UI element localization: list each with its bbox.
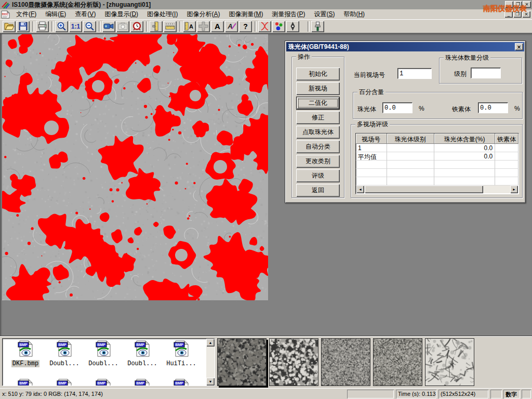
file-item-clipped[interactable]: BMP [46, 378, 83, 386]
brush-icon [312, 21, 323, 31]
pick-pearlite-button[interactable]: 点取珠光体 [296, 126, 340, 139]
menu-settings[interactable]: 设置(S) [310, 9, 338, 20]
ruler-text-icon: A [184, 21, 195, 31]
file-name[interactable]: HuiTi... [165, 360, 197, 367]
video-camera-icon [103, 21, 114, 31]
file-item[interactable]: BMP DKF.bmp [7, 340, 44, 370]
file-name[interactable]: DKF.bmp [11, 360, 39, 367]
ferrite-percent-input[interactable] [478, 102, 508, 113]
move-tool-button[interactable] [197, 21, 210, 32]
bmp-file-icon: BMP [17, 340, 34, 357]
ruler-measure-button[interactable] [164, 21, 177, 32]
return-button[interactable]: 返回 [296, 184, 340, 197]
svg-text:A: A [189, 23, 193, 30]
file-item-clipped[interactable]: BMP [124, 378, 161, 386]
file-name[interactable]: Doubl... [126, 360, 158, 367]
svg-text:DOC: DOC [2, 12, 8, 16]
thumbnail-3[interactable] [321, 338, 370, 386]
file-name[interactable]: Doubl... [48, 360, 81, 367]
new-field-button[interactable]: 新视场 [296, 82, 340, 95]
scroll-down-icon[interactable]: ▼ [206, 378, 215, 385]
floppy-icon [18, 21, 29, 31]
timer-button[interactable] [130, 21, 143, 32]
scroll-right-icon[interactable]: ► [510, 185, 518, 193]
app-icon[interactable] [2, 1, 10, 9]
thumbnail-1[interactable] [217, 338, 267, 386]
zoom-1to1-button[interactable]: 1:1 [69, 21, 82, 32]
video-capture-button[interactable] [102, 21, 115, 32]
menu-image-analysis[interactable]: 图像分析(A) [183, 9, 223, 20]
table-row[interactable]: 平均值 0.0 [356, 152, 518, 161]
curve-edit-button[interactable] [258, 21, 271, 32]
menu-view[interactable]: 查看(V) [71, 9, 99, 20]
save-button[interactable] [17, 21, 30, 32]
print-button[interactable] [36, 21, 49, 32]
scroll-up-icon[interactable]: ▲ [206, 339, 215, 347]
document-icon[interactable]: DOC [1, 10, 10, 19]
status-bar: x: 510 y: 79 idx: 0 RGB: (174, 174, 174)… [0, 388, 532, 399]
zoom-out-button[interactable] [83, 21, 96, 32]
menu-file[interactable]: 文件(F) [12, 9, 40, 20]
svg-text:BMP: BMP [175, 343, 183, 347]
auto-classify-button[interactable]: 自动分类 [296, 140, 340, 153]
scroll-left-icon[interactable]: ◄ [356, 185, 364, 193]
hscroll-thumb[interactable] [365, 185, 483, 193]
file-item-clipped[interactable]: BMP [7, 378, 44, 386]
change-class-button[interactable]: 更改类别 [296, 155, 340, 168]
brush-tool-button[interactable] [311, 21, 324, 32]
binarize-button[interactable]: 二值化 [296, 97, 340, 110]
multi-field-group: 多视场评级 视场号 珠光体级别 珠光体含量(%) 铁素体 1 0.0 平均值 [351, 124, 523, 198]
zoom-in-button[interactable] [55, 21, 68, 32]
caliper-measure-button[interactable] [150, 21, 163, 32]
toolbar-separator [146, 21, 148, 32]
classify-button[interactable] [272, 21, 285, 32]
snapshot-button[interactable] [116, 21, 129, 32]
bmp-file-icon: BMP [56, 340, 73, 357]
correct-button[interactable]: 修正 [296, 111, 340, 124]
help-button[interactable]: ? [239, 21, 252, 32]
open-file-button[interactable] [3, 21, 16, 32]
red-curves-icon [259, 21, 270, 31]
pen-tool-button[interactable] [286, 21, 299, 32]
file-item-clipped[interactable]: BMP [163, 378, 200, 386]
file-item[interactable]: BMP Doubl... [124, 340, 161, 370]
dialog-close-button[interactable]: × [515, 43, 523, 50]
file-item[interactable]: BMP Doubl... [85, 340, 122, 370]
pearlite-percent-input[interactable] [382, 102, 413, 113]
menu-measure-report[interactable]: 测量报告(P) [268, 9, 309, 20]
level-input[interactable] [471, 68, 501, 78]
menu-image-processing[interactable]: 图像处理(I) [143, 9, 181, 20]
bmp-file-icon: BMP [95, 340, 112, 357]
file-name[interactable]: Doubl... [87, 360, 119, 367]
menu-edit[interactable]: 编辑(E) [42, 9, 70, 20]
cell-ferrite [495, 152, 518, 161]
color-balls-icon [273, 21, 284, 31]
cursor-position-readout: x: 510 y: 79 idx: 0 RGB: (174, 174, 174) [2, 391, 103, 397]
file-item[interactable]: BMP Doubl... [46, 340, 83, 370]
annotate-measure-button[interactable]: A [183, 21, 196, 32]
styled-text-icon: A [226, 21, 237, 31]
grade-button[interactable]: 评级 [296, 169, 340, 182]
menu-help[interactable]: 帮助(H) [340, 9, 368, 20]
thumbnail-4[interactable] [373, 338, 422, 386]
thumbnail-5[interactable] [425, 338, 474, 386]
filmstrip-panel: BMP DKF.bmp BMP Doubl... BMP Doubl... BM… [0, 336, 532, 388]
menu-bar: DOC 文件(F) 编辑(E) 查看(V) 图像显示(D) 图像处理(I) 图像… [0, 9, 532, 20]
toolbar: 1:1 A A A ? [0, 20, 532, 33]
menu-image-display[interactable]: 图像显示(D) [101, 9, 142, 20]
menu-image-measure[interactable]: 图像测量(M) [225, 9, 267, 20]
table-row[interactable]: 1 0.0 [356, 144, 518, 152]
metallographic-image-canvas[interactable] [2, 34, 268, 300]
alarm-clock-icon [131, 21, 142, 31]
dialog-title-bar[interactable]: 珠光体(GB/T9441-88) [286, 42, 524, 51]
file-list-scrollbar[interactable]: ▲ ▼ [206, 339, 215, 385]
thumbnail-2[interactable] [269, 338, 318, 386]
table-hscrollbar[interactable]: ◄ ► [356, 185, 518, 193]
initialize-button[interactable]: 初始化 [296, 68, 340, 81]
current-field-input[interactable] [397, 68, 432, 79]
file-item-clipped[interactable]: BMP [85, 378, 122, 386]
text-style-button[interactable]: A [225, 21, 238, 32]
text-tool-button[interactable]: A [211, 21, 224, 32]
file-item[interactable]: BMP HuiTi... [163, 340, 200, 370]
toolbar-separator [51, 21, 54, 32]
